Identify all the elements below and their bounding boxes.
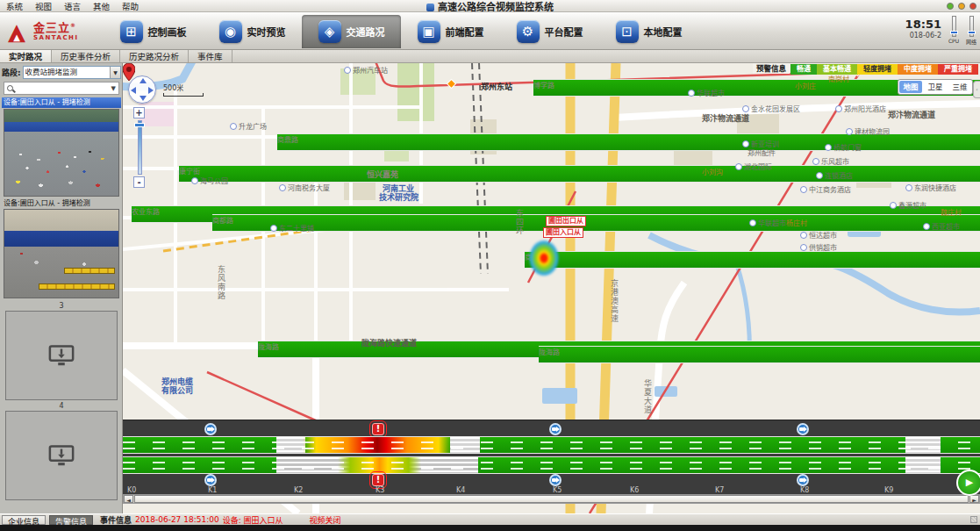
window-minimize-button[interactable]	[947, 3, 954, 10]
toolbar-button-icon: ⚙	[517, 20, 540, 43]
enterprise-info-button[interactable]: 企业信息	[2, 515, 46, 525]
tab-event-library[interactable]: 事件库	[189, 50, 232, 62]
brand-logo: ▲▲ 金三立® SANTACHI	[4, 16, 102, 47]
map-label: 东四环	[514, 209, 526, 235]
k-marker-label: K6	[630, 486, 639, 494]
tab-history-events[interactable]: 历史事件分析	[52, 50, 120, 62]
threed-mode-button[interactable]: 三维	[948, 81, 971, 93]
window-close-button[interactable]	[969, 3, 976, 10]
scroll-left-arrow[interactable]: ◄	[124, 495, 133, 503]
scrollbar-thumb[interactable]	[134, 495, 969, 503]
window-controls	[947, 3, 976, 10]
map-scale-bar	[163, 93, 204, 97]
map-scale: 500米	[163, 83, 204, 97]
alert-icon[interactable]	[372, 474, 384, 486]
map-label: 有限公司	[161, 384, 193, 396]
toolbar-button-icon: ⊞	[120, 20, 143, 43]
toll-barrier	[39, 283, 115, 290]
strip-pan-button[interactable]: ▶	[956, 470, 980, 496]
map-label: 河南税务大厦	[279, 183, 330, 192]
lane-markings	[123, 437, 980, 453]
camera-feed-1[interactable]	[4, 109, 119, 197]
network-gauge-label: 网络	[966, 38, 976, 46]
camera-icon[interactable]	[204, 423, 217, 435]
camera-icon[interactable]	[549, 474, 562, 486]
k-marker-label: K1	[208, 486, 217, 494]
map-label: 杨庄村	[786, 218, 807, 227]
map-mode-button[interactable]: 地图	[899, 81, 922, 93]
route-select-dropdown[interactable]: 收费站拥堵监测 ▼	[23, 66, 121, 79]
map-label: 乐风超市	[812, 156, 849, 166]
system-gauges: CPU 网络	[948, 16, 976, 46]
live-preview-button[interactable]: ◉ 实时预览	[203, 15, 302, 48]
menu-help[interactable]: 帮助	[116, 0, 145, 12]
map-label: 金水花园发展区	[742, 104, 800, 113]
camera-icon[interactable]	[549, 423, 562, 435]
camera-feed-2[interactable]	[4, 209, 119, 298]
map-label: 桥航门窗	[825, 142, 862, 152]
scroll-right-arrow[interactable]: ►	[969, 495, 979, 503]
zoom-slider-track[interactable]	[138, 120, 142, 175]
marker-callout-exit[interactable]: 圃田出口从	[546, 216, 586, 226]
zoom-in-button[interactable]: +	[133, 107, 145, 118]
horizontal-scrollbar[interactable]: ◄ ►	[123, 494, 980, 504]
map-label: 康宁街	[179, 165, 980, 183]
zoom-out-button[interactable]: -	[133, 176, 145, 188]
toolbar-button-icon: ⊡	[616, 20, 639, 43]
menu-language[interactable]: 语言	[58, 0, 87, 12]
camera-icon[interactable]	[204, 474, 217, 486]
map-label: 郑州汽车站	[344, 65, 388, 75]
map-label: 湖北国际	[735, 161, 772, 171]
window-maximize-button[interactable]	[958, 3, 965, 10]
selected-device-item[interactable]: 设备:圃田入口从 - 拥堵检测	[2, 97, 121, 108]
local-config-button[interactable]: ⊡ 本地配置	[599, 15, 698, 48]
map-label: 升龙广场	[230, 121, 267, 131]
location-pin-icon[interactable]	[123, 63, 135, 81]
frontend-config-button[interactable]: ▣ 前端配置	[401, 15, 500, 48]
tab-realtime-traffic[interactable]: 实时路况	[0, 50, 52, 62]
map-label: 海马公园	[191, 176, 228, 185]
map-label: 恒兴嘉苑	[367, 169, 398, 180]
map-label: 建材物流园	[846, 126, 890, 136]
legend-chip: 轻度拥堵	[857, 64, 898, 75]
device-search-input[interactable]: ▼	[4, 82, 119, 95]
empty-feed-slot-4[interactable]	[5, 411, 118, 500]
marker-callout-entrance[interactable]: 圃田入口从	[543, 227, 583, 238]
brand-name-en: SANTACHI	[33, 35, 79, 41]
map-view-switch: 地图卫星三维	[898, 79, 973, 95]
roadway-lower	[123, 456, 980, 474]
control-panel-button[interactable]: ⊞ 控制画板	[104, 15, 203, 48]
chevron-down-icon[interactable]: ▼	[110, 67, 120, 78]
platform-config-button[interactable]: ⚙ 平台配置	[500, 15, 599, 48]
event-status: 视频关闭	[310, 514, 341, 526]
camera-icon[interactable]	[797, 423, 809, 435]
map-label: 连锁酒店	[816, 170, 853, 180]
app-title: 高速公路综合视频监控系统	[0, 0, 980, 13]
map-label: 郑州配件	[748, 147, 776, 157]
traffic-status-button[interactable]: ◈ 交通路况	[302, 15, 401, 48]
menu-view[interactable]: 视图	[29, 0, 58, 12]
map-label: 鑫源超市	[890, 200, 926, 210]
resize-grip-icon	[970, 516, 977, 523]
k-marker-label: K0	[127, 486, 136, 494]
strip-icons-upper	[123, 422, 980, 436]
menu-system[interactable]: 系统	[0, 0, 29, 12]
congestion-heat-blob	[523, 235, 565, 286]
brand-name-cn: 金三立	[33, 21, 70, 34]
menu-other[interactable]: 其他	[87, 0, 116, 12]
camera-icon[interactable]	[797, 474, 809, 486]
panel-collapse-handle[interactable]: ‹	[973, 81, 980, 98]
registered-mark: ®	[70, 21, 76, 27]
tab-history-traffic[interactable]: 历史路况分析	[120, 50, 189, 62]
route-label: 路段:	[2, 67, 21, 78]
legend-chip: 基本畅通	[817, 64, 857, 75]
alert-icon[interactable]	[372, 423, 384, 435]
zoom-slider-thumb[interactable]	[134, 123, 145, 127]
alarm-info-button[interactable]: 告警信息	[49, 515, 93, 525]
map-label: 供销超市	[800, 242, 837, 252]
filter-dropdown-icon[interactable]: ▼	[111, 85, 116, 92]
satellite-mode-button[interactable]: 卫星	[924, 81, 947, 93]
empty-feed-slot-3[interactable]	[5, 311, 118, 400]
legend-chip: 严重拥堵	[938, 64, 978, 75]
event-device: 设备: 圃田入口从	[223, 514, 283, 526]
